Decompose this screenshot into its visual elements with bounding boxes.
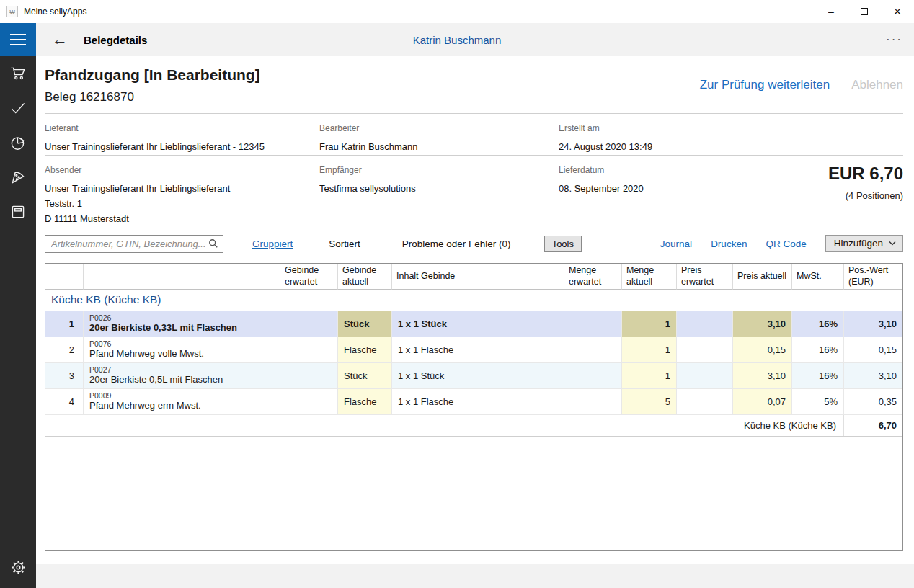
menge-erwartet-cell: [564, 337, 622, 363]
gebinde-aktuell-cell[interactable]: Flasche: [338, 389, 392, 415]
drucken-link[interactable]: Drucken: [711, 239, 747, 249]
col-header-menge-aktuell: Menge aktuell: [622, 264, 677, 290]
inhalt-gebinde-cell: 1 x 1 Flasche: [392, 337, 564, 363]
hinzufuegen-dropdown-button[interactable]: Hinzufügen: [825, 235, 903, 252]
positions-table: Gebinde erwartet Gebinde aktuell Inhalt …: [45, 263, 903, 551]
maximize-icon: [861, 8, 868, 15]
window-title: Meine sellyApps: [24, 6, 86, 17]
article-cell: P0026 20er Bierkiste 0,33L mit Flaschen: [84, 311, 280, 337]
sidebar-item-tasks[interactable]: [0, 91, 36, 125]
forward-for-review-button[interactable]: Zur Prüfung weiterleiten: [700, 78, 830, 92]
group-header: Küche KB (Küche KB): [45, 288, 902, 311]
user-name[interactable]: Katrin Buschmann: [216, 34, 698, 46]
journal-book-icon: [9, 202, 27, 221]
gebinde-aktuell-cell[interactable]: Stück: [338, 363, 392, 389]
col-header-gebinde-erwartet: Gebinde erwartet: [280, 264, 338, 290]
field-value-lieferant: Unser Trainingslieferant Ihr Lieblingsli…: [45, 133, 319, 154]
main-content: Pfandzugang [In Bearbeitung] Beleg 16216…: [36, 56, 914, 588]
inhalt-gebinde-cell: 1 x 1 Stück: [392, 311, 564, 337]
sidebar-item-journal[interactable]: [0, 195, 36, 229]
cart-icon: [9, 64, 27, 83]
check-icon: [9, 99, 27, 117]
hamburger-icon: [10, 34, 26, 35]
reject-button[interactable]: Ablehnen: [851, 78, 903, 92]
close-button[interactable]: ×: [881, 0, 914, 23]
maximize-button[interactable]: [848, 0, 881, 23]
sidebar-item-statistics[interactable]: [0, 125, 36, 160]
sidebar-item-settings[interactable]: [0, 550, 36, 584]
field-value-bearbeiter: Frau Katrin Buschmann: [319, 133, 559, 154]
group-footer-value: 6,70: [844, 415, 902, 436]
menge-aktuell-cell[interactable]: 1: [622, 337, 677, 363]
preis-aktuell-cell[interactable]: 0,15: [733, 337, 792, 363]
pos-wert-cell: 3,10: [844, 311, 902, 337]
mwst-cell: 16%: [792, 363, 844, 389]
back-button[interactable]: ←: [52, 32, 68, 48]
table-row[interactable]: 1 P0026 20er Bierkiste 0,33L mit Flasche…: [45, 311, 902, 337]
preis-erwartet-cell: [677, 311, 733, 337]
gebinde-erwartet-cell: [280, 389, 338, 415]
col-header-article: [84, 264, 280, 290]
journal-link[interactable]: Journal: [660, 239, 692, 249]
sidebar-item-cart[interactable]: [0, 56, 36, 91]
sortiert-toggle[interactable]: Sortiert: [329, 239, 360, 249]
menge-erwartet-cell: [564, 389, 622, 415]
fields-row-1: Lieferant Unser Trainingslieferant Ihr L…: [45, 115, 903, 156]
preis-aktuell-cell[interactable]: 3,10: [733, 311, 792, 337]
group-footer-row: Küche KB (Küche KB) 6,70: [45, 415, 902, 437]
sidebar-item-food[interactable]: [0, 160, 36, 195]
minimize-button[interactable]: –: [815, 0, 848, 23]
probleme-filter[interactable]: Probleme oder Fehler (0): [402, 239, 511, 249]
field-value-absender: Unser Trainingslieferant Ihr Lieblingsli…: [45, 175, 319, 226]
gebinde-aktuell-cell[interactable]: Flasche: [338, 337, 392, 363]
inhalt-gebinde-cell: 1 x 1 Flasche: [392, 389, 564, 415]
search-input[interactable]: [51, 239, 208, 249]
pie-chart-icon: [9, 133, 27, 152]
row-number: 2: [45, 337, 84, 363]
gebinde-aktuell-cell[interactable]: Stück: [338, 311, 392, 337]
col-header-menge-erwartet: Menge erwartet: [564, 264, 622, 290]
total-amount: EUR 6,70: [828, 164, 903, 184]
more-options-button[interactable]: ···: [886, 32, 902, 47]
search-icon[interactable]: [208, 239, 218, 249]
gebinde-erwartet-cell: [280, 337, 338, 363]
bottom-strip: [36, 564, 914, 588]
table-row[interactable]: 4 P0009 Pfand Mehrweg erm Mwst. Flasche …: [45, 389, 902, 415]
gebinde-erwartet-cell: [280, 311, 338, 337]
preis-erwartet-cell: [677, 389, 733, 415]
field-label-bearbeiter: Bearbeiter: [319, 115, 559, 133]
article-cell: P0076 Pfand Mehrweg volle Mwst.: [84, 337, 280, 363]
tools-button[interactable]: Tools: [544, 236, 582, 252]
toolbar: Gruppiert Sortiert Probleme oder Fehler …: [45, 233, 903, 254]
table-row[interactable]: 2 P0076 Pfand Mehrweg volle Mwst. Flasch…: [45, 337, 902, 363]
article-cell: P0027 20er Bierkiste 0,5L mit Flaschen: [84, 363, 280, 389]
gebinde-erwartet-cell: [280, 363, 338, 389]
menge-erwartet-cell: [564, 363, 622, 389]
gruppiert-toggle[interactable]: Gruppiert: [252, 239, 293, 249]
field-value-erstellt-am: 24. August 2020 13:49: [559, 133, 903, 154]
pos-wert-cell: 3,10: [844, 363, 902, 389]
field-label-lieferant: Lieferant: [45, 115, 319, 133]
preis-erwartet-cell: [677, 363, 733, 389]
window-controls: – ×: [815, 0, 914, 23]
sidebar: [0, 56, 36, 588]
group-footer-label: Küche KB (Küche KB): [45, 415, 844, 436]
appbar: ← Belegdetails Katrin Buschmann ···: [0, 23, 914, 56]
row-number: 3: [45, 363, 84, 389]
inhalt-gebinde-cell: 1 x 1 Stück: [392, 363, 564, 389]
menge-aktuell-cell[interactable]: 1: [622, 363, 677, 389]
qr-code-link[interactable]: QR Code: [766, 239, 806, 249]
mwst-cell: 16%: [792, 311, 844, 337]
preis-aktuell-cell[interactable]: 0,07: [733, 389, 792, 415]
col-header-rownum: [45, 264, 84, 290]
chevron-down-icon: [889, 241, 896, 246]
hamburger-menu-button[interactable]: [0, 23, 36, 56]
menge-erwartet-cell: [564, 311, 622, 337]
menge-aktuell-cell[interactable]: 5: [622, 389, 677, 415]
menge-aktuell-cell[interactable]: 1: [622, 311, 677, 337]
search-box: [45, 235, 223, 253]
table-row[interactable]: 3 P0027 20er Bierkiste 0,5L mit Flaschen…: [45, 363, 902, 389]
page-title: Belegdetails: [84, 34, 147, 46]
preis-aktuell-cell[interactable]: 3,10: [733, 363, 792, 389]
field-label-absender: Absender: [45, 156, 319, 175]
